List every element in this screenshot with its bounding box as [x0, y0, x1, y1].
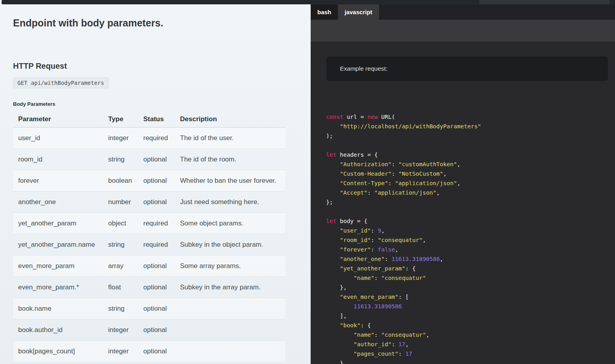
- tab-bash[interactable]: bash: [311, 4, 338, 20]
- status-cell: optional: [143, 277, 180, 298]
- description-cell: [180, 319, 285, 341]
- status-cell: optional: [143, 255, 180, 277]
- column-header-description: Description: [180, 112, 285, 128]
- parameter-cell: another_one: [13, 191, 108, 213]
- example-request-code: const url = new URL( "http://localhost/a…: [326, 112, 615, 364]
- horizontal-scrollbar: [0, 0, 615, 4]
- code-line: ],: [326, 311, 615, 321]
- code-line: 11613.31890586: [326, 302, 615, 311]
- description-cell: Just need something here.: [180, 191, 285, 213]
- scrollbar-thumb[interactable]: [2, 0, 480, 4]
- body-parameters-table: Parameter Type Status Description user_i…: [13, 112, 285, 362]
- code-line: let headers = {: [326, 150, 615, 159]
- type-cell: string: [108, 149, 143, 170]
- type-cell: array: [108, 255, 143, 277]
- table-header-row: Parameter Type Status Description: [13, 112, 285, 128]
- column-header-status: Status: [143, 112, 180, 128]
- code-line: "room_id": "consequatur",: [326, 235, 615, 245]
- code-line: "Accept": "application/json",: [326, 188, 615, 197]
- body-parameters-heading: Body Parameters: [13, 101, 311, 107]
- code-line: },: [326, 283, 615, 292]
- table-row: room_idstringoptionalThe id of the room.: [13, 149, 285, 170]
- code-line: "name": "consequatur": [326, 273, 615, 283]
- description-cell: [180, 298, 285, 319]
- table-row: even_more_param.*floatoptionalSubkey in …: [13, 277, 285, 298]
- parameter-cell: book.author_id: [13, 319, 108, 341]
- parameter-cell: book[pages_count]: [13, 341, 108, 362]
- type-cell: string: [108, 298, 143, 319]
- code-line: "pages_count": 17: [326, 349, 615, 358]
- table-row: yet_another_param.namestringrequiredSubk…: [13, 234, 285, 255]
- code-line: "forever": false,: [326, 245, 615, 254]
- column-header-parameter: Parameter: [13, 112, 108, 128]
- type-cell: object: [108, 213, 143, 234]
- description-cell: Some object params.: [180, 213, 285, 234]
- description-cell: Subkey in the array param.: [180, 277, 285, 298]
- example-request-label: Example request:: [340, 65, 388, 72]
- endpoint-badge: GETapi/withBodyParameters: [13, 77, 109, 88]
- type-cell: integer: [108, 128, 143, 149]
- parameter-cell: forever: [13, 170, 108, 191]
- type-cell: string: [108, 234, 143, 255]
- code-line: };: [326, 197, 615, 207]
- status-cell: optional: [143, 149, 180, 170]
- code-line: "book": {: [326, 321, 615, 330]
- parameter-cell: yet_another_param.name: [13, 234, 108, 255]
- type-cell: float: [108, 277, 143, 298]
- content-panel: Endpoint with body parameters. HTTP Requ…: [0, 4, 311, 364]
- status-cell: optional: [143, 298, 180, 319]
- status-cell: optional: [143, 319, 180, 341]
- table-row: book.namestringoptional: [13, 298, 285, 319]
- description-cell: Some array params.: [180, 255, 285, 277]
- code-line: "Custom-Header": "NotSoCustom",: [326, 169, 615, 178]
- status-cell: required: [143, 213, 180, 234]
- code-line: "name": "consequatur",: [326, 330, 615, 340]
- code-area: Example request: const url = new URL( "h…: [311, 41, 615, 364]
- scrollbar-corner: [609, 0, 615, 4]
- code-line: "author_id": 17,: [326, 340, 615, 349]
- type-cell: integer: [108, 319, 143, 341]
- language-tab-bar: bashjavascript: [311, 4, 615, 20]
- description-cell: The id of the user.: [180, 128, 285, 149]
- parameter-cell: even_more_param.*: [13, 277, 108, 298]
- code-line: const url = new URL(: [326, 112, 615, 122]
- description-cell: [180, 341, 285, 362]
- type-cell: boolean: [108, 170, 143, 191]
- api-docs-page: Endpoint with body parameters. HTTP Requ…: [0, 0, 615, 364]
- example-panel: bashjavascript Example request: const ur…: [311, 4, 615, 364]
- code-line: "http://localhost/api/withBodyParameters…: [326, 122, 615, 131]
- code-line: "another_one": 11613.31890586,: [326, 254, 615, 264]
- parameter-cell: yet_another_param: [13, 213, 108, 234]
- code-line: );: [326, 131, 615, 141]
- description-cell: Whether to ban the user forever.: [180, 170, 285, 191]
- column-header-type: Type: [108, 112, 143, 128]
- tab-javascript[interactable]: javascript: [338, 4, 379, 20]
- table-row: book[pages_count]integeroptional: [13, 341, 285, 362]
- code-line: "user_id": 9,: [326, 226, 615, 235]
- endpoint-path: api/withBodyParameters: [31, 80, 104, 86]
- parameter-cell: book.name: [13, 298, 108, 319]
- code-line: "yet_another_param": {: [326, 264, 615, 273]
- code-line: },: [326, 358, 615, 364]
- example-request-label-box: Example request:: [326, 56, 608, 81]
- status-cell: optional: [143, 191, 180, 213]
- type-cell: number: [108, 191, 143, 213]
- code-line: [326, 207, 615, 216]
- code-line: let body = {: [326, 216, 615, 226]
- http-request-heading: HTTP Request: [13, 62, 311, 71]
- code-line: "Authorization": "customAuthToken",: [326, 159, 615, 169]
- status-cell: required: [143, 234, 180, 255]
- code-line: "even_more_param": [: [326, 292, 615, 302]
- parameter-cell: user_id: [13, 128, 108, 149]
- status-cell: optional: [143, 170, 180, 191]
- table-row: user_idintegerrequiredThe id of the user…: [13, 128, 285, 149]
- table-row: yet_another_paramobjectrequiredSome obje…: [13, 213, 285, 234]
- type-cell: integer: [108, 341, 143, 362]
- table-row: another_onenumberoptionalJust need somet…: [13, 191, 285, 213]
- http-method: GET: [17, 80, 27, 86]
- description-cell: The id of the room.: [180, 149, 285, 170]
- table-row: book.author_idintegeroptional: [13, 319, 285, 341]
- code-line: [326, 141, 615, 150]
- description-cell: Subkey in the object param.: [180, 234, 285, 255]
- table-row: foreverbooleanoptionalWhether to ban the…: [13, 170, 285, 191]
